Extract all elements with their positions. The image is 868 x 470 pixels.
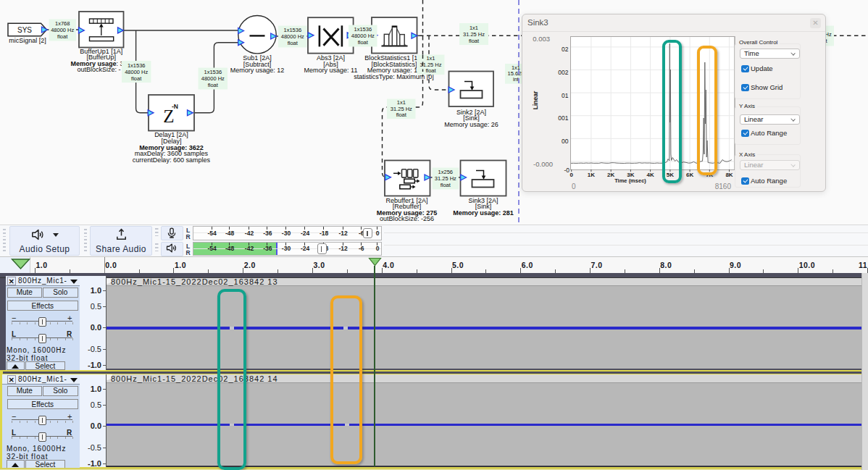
svg-text:0: 0 xyxy=(569,172,573,178)
svg-text:outBlockSize: -256: outBlockSize: -256 xyxy=(380,215,434,222)
svg-text:8K: 8K xyxy=(725,172,733,178)
svg-text:1x768: 1x768 xyxy=(55,20,70,27)
svg-text:8160: 8160 xyxy=(715,182,732,190)
svg-text:31.25 Hz: 31.25 Hz xyxy=(435,175,456,182)
svg-text:float: float xyxy=(358,39,369,46)
svg-text:48000 Hz: 48000 Hz xyxy=(51,27,74,33)
svg-text:48000 Hz: 48000 Hz xyxy=(201,75,225,82)
svg-text:float: float xyxy=(425,67,436,74)
svg-text:float: float xyxy=(396,112,407,118)
svg-text:48000 Hz: 48000 Hz xyxy=(125,69,148,75)
svg-text:float: float xyxy=(441,182,451,188)
svg-text:001: 001 xyxy=(558,114,568,122)
svg-text:0.003: 0.003 xyxy=(533,35,550,43)
svg-text:1K: 1K xyxy=(588,172,595,178)
svg-text:SYS: SYS xyxy=(17,26,32,34)
svg-text:31.25 Hz: 31.25 Hz xyxy=(463,31,485,38)
svg-text:6K: 6K xyxy=(686,172,693,178)
svg-text:Memory usage: 11: Memory usage: 11 xyxy=(304,67,358,74)
svg-text:float: float xyxy=(57,33,68,40)
svg-text:float: float xyxy=(288,40,299,46)
svg-text:1x256: 1x256 xyxy=(438,169,453,175)
svg-text:00: 00 xyxy=(562,138,569,145)
svg-text:Linear: Linear xyxy=(532,91,539,109)
svg-text:float: float xyxy=(469,38,480,44)
svg-text:1x1: 1x1 xyxy=(470,25,478,31)
svg-text:1x1536: 1x1536 xyxy=(128,62,146,69)
svg-text:Time (msec): Time (msec) xyxy=(614,177,646,184)
svg-text:Memory usage: 12: Memory usage: 12 xyxy=(230,67,285,74)
svg-text:outBlockSize: -: outBlockSize: - xyxy=(77,66,120,73)
svg-text:48000 Hz: 48000 Hz xyxy=(281,33,304,40)
svg-text:48000 Hz: 48000 Hz xyxy=(351,33,375,39)
svg-text:currentDelay: 600 samples: currentDelay: 600 samples xyxy=(133,156,211,164)
svg-text:01: 01 xyxy=(562,92,569,99)
svg-text:float: float xyxy=(208,82,219,88)
svg-text:1x1536: 1x1536 xyxy=(204,69,222,75)
svg-text:4K: 4K xyxy=(646,172,654,178)
svg-text:02: 02 xyxy=(562,46,569,53)
svg-text:2K: 2K xyxy=(607,172,614,178)
svg-text:Memory usage: 281: Memory usage: 281 xyxy=(453,209,514,217)
svg-text:float: float xyxy=(131,75,142,82)
svg-text:-0.000: -0.000 xyxy=(533,160,553,168)
svg-text:micSignal [2]: micSignal [2] xyxy=(9,37,46,44)
svg-text:1x1536: 1x1536 xyxy=(283,27,301,33)
svg-text:Memory usage: 26: Memory usage: 26 xyxy=(444,121,498,128)
svg-text:-0: -0 xyxy=(564,167,569,174)
svg-text:1x1536: 1x1536 xyxy=(354,26,372,33)
svg-text:0: 0 xyxy=(572,182,576,190)
svg-text:002: 002 xyxy=(558,69,568,76)
svg-text:-N: -N xyxy=(172,103,178,110)
